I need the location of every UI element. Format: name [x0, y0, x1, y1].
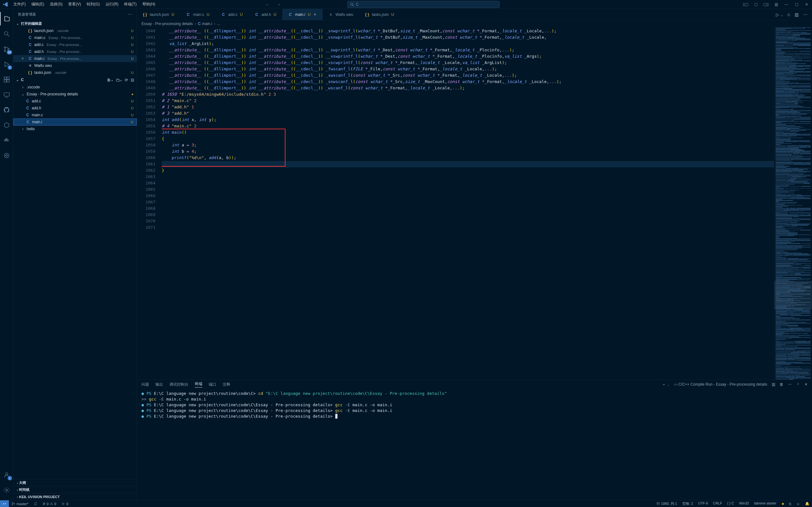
editor-tab[interactable]: { }tasks.jsonU — [359, 9, 400, 20]
terminal-side-icon[interactable]: ▥ — [772, 382, 775, 387]
menu-item[interactable]: 文件(F) — [11, 1, 28, 8]
remote-indicator[interactable] — [0, 500, 9, 507]
breadcrumb-item[interactable]: Cmain.i — [198, 21, 212, 26]
panel-close-icon[interactable]: ✕ — [804, 382, 808, 387]
status-item[interactable]: { } C — [725, 501, 737, 505]
split-editor-icon[interactable]: ▥ — [795, 12, 799, 17]
menu-item[interactable]: 终端(T) — [121, 1, 139, 8]
tree-item[interactable]: ›.vscode — [13, 83, 137, 91]
breadcrumb-item[interactable]: ... — [217, 21, 220, 26]
minimize-icon[interactable]: — — [783, 1, 790, 8]
status-item[interactable]: 行 1060, 列 1 — [654, 501, 680, 506]
menu-item[interactable]: 选择(S) — [47, 1, 65, 8]
menu-item[interactable]: 转到(G) — [84, 1, 102, 8]
open-editor-item[interactable]: C add.h Essay - Pre-processi... U — [13, 48, 137, 55]
folder-root-header[interactable]: ⌄C 🗎₊ 🗀₊ ⟳ ⊟ — [13, 76, 137, 83]
panel-overflow-icon[interactable]: ⋯ — [788, 382, 792, 387]
status-item[interactable]: CRLF — [711, 501, 725, 505]
run-file-icon[interactable]: ▷ ⌄ — [776, 12, 783, 17]
status-item[interactable]: 空格: 2 — [680, 501, 696, 506]
status-notifications-icon[interactable]: 🔔 — [803, 500, 812, 507]
editor-tab[interactable]: { }launch.jsonU — [137, 9, 180, 20]
nav-back-icon[interactable]: ← — [265, 2, 269, 7]
layout-panel-icon[interactable]: ▢ — [752, 1, 759, 8]
panel-maximize-icon[interactable]: ＾ — [796, 382, 800, 387]
breadcrumb-item[interactable]: Essay - Pre-processing details — [142, 21, 193, 26]
tree-item[interactable]: ⌄Essay - Pre-processing details● — [13, 91, 137, 98]
panel-tab[interactable]: 终端 — [195, 381, 202, 388]
terminal-new-icon[interactable]: ＋ ⌄ — [662, 382, 669, 387]
menu-item[interactable]: 编辑(E) — [29, 1, 47, 8]
open-editor-item[interactable]: { } launch.json .vscode U — [13, 27, 137, 34]
status-tabnine-icon[interactable]: ◆ — [779, 500, 786, 507]
editor-tab[interactable]: Cadd.hU — [249, 9, 282, 20]
close-window-icon[interactable]: ✕ — [803, 1, 810, 8]
editor-tab[interactable]: Cmain.iU× — [282, 9, 323, 20]
open-editor-item[interactable]: C main.c Essay - Pre-process... U — [13, 34, 137, 41]
sidebar-section-header[interactable]: › 大纲 — [13, 479, 137, 486]
refresh-icon[interactable]: ⟳ — [125, 78, 128, 82]
close-icon[interactable]: × — [21, 56, 26, 61]
open-editors-header[interactable]: ⌄打开的编辑器 — [13, 20, 137, 27]
status-sync[interactable] — [31, 500, 40, 507]
editor-tab[interactable]: ≡Waifu uwu — [323, 9, 359, 20]
menu-item[interactable]: 查看(V) — [66, 1, 84, 8]
open-editor-item[interactable]: × C main.i Essay - Pre-process... U — [13, 55, 137, 62]
layout-sidebar-left-icon[interactable]: ▯▢ — [742, 1, 749, 8]
sidebar-section-header[interactable]: › 时间线 — [13, 486, 137, 493]
activity-extensions-icon[interactable] — [0, 73, 13, 86]
activity-run-debug-icon[interactable]: 3 — [0, 58, 13, 71]
activity-explorer-icon[interactable] — [0, 12, 13, 25]
layout-sidebar-right-icon[interactable]: ▢▯ — [763, 1, 769, 8]
tree-item[interactable]: Cmain.cU — [13, 112, 137, 118]
status-ports[interactable]: 0 — [59, 500, 71, 507]
editor-overflow-icon[interactable]: ⋯ — [803, 12, 808, 17]
new-file-icon[interactable]: 🗎₊ — [107, 78, 113, 82]
activity-source-control-icon[interactable]: 18 — [0, 43, 13, 56]
editor-content[interactable]: __attribute__ ((__dllimport__)) int __at… — [162, 27, 774, 380]
status-item[interactable]: Win32 — [737, 501, 751, 505]
tree-item[interactable]: Cmain.iU — [13, 118, 137, 125]
status-item[interactable]: UTF-8 — [696, 501, 711, 505]
activity-github-icon[interactable] — [0, 103, 13, 117]
open-editor-item[interactable]: C add.c Essay - Pre-processi... U — [13, 41, 137, 48]
tree-item[interactable]: ›hello — [13, 125, 137, 132]
status-problems[interactable]: ⊘ 0 ⚠ 0 — [40, 500, 59, 507]
status-prettier-icon[interactable]: ⎘ — [786, 500, 794, 507]
tree-item[interactable]: Cadd.hU — [13, 105, 137, 112]
status-feedback-icon[interactable]: ☺ — [794, 500, 803, 507]
activity-hexagon-icon[interactable] — [0, 118, 13, 132]
menu-item[interactable]: 运行(R) — [103, 1, 121, 8]
activity-docker-icon[interactable] — [0, 134, 13, 147]
panel-tab[interactable]: 注释 — [223, 382, 230, 387]
collapse-all-icon[interactable]: ⊟ — [131, 78, 134, 82]
editor-tab[interactable]: Cmain.cU — [180, 9, 215, 20]
status-item[interactable]: tabnine starter — [751, 501, 779, 505]
activity-remote-icon[interactable] — [0, 88, 13, 101]
panel-tab[interactable]: 问题 — [142, 382, 149, 387]
layout-customize-icon[interactable]: ▥ — [773, 1, 780, 8]
sidebar-section-header[interactable]: › KEIL UVISION PROJECT — [13, 493, 137, 500]
terminal-group-icon[interactable]: ▭ C/C++ Compile Run - Essay - Pre-proces… — [674, 382, 767, 387]
breadcrumbs[interactable]: Essay - Pre-processing details›Cmain.i›.… — [137, 20, 812, 27]
new-folder-icon[interactable]: 🗀₊ — [116, 78, 122, 82]
editor-tab[interactable]: Cadd.cU — [215, 9, 249, 20]
activity-account-icon[interactable]: 1 — [0, 468, 13, 482]
activity-search-icon[interactable] — [0, 27, 13, 41]
minimap-viewport[interactable] — [774, 281, 812, 309]
close-icon[interactable]: × — [313, 12, 317, 17]
maximize-icon[interactable]: ▢ — [793, 1, 800, 8]
panel-tab[interactable]: 调试控制台 — [169, 382, 189, 387]
menu-item[interactable]: 帮助(H) — [140, 1, 158, 8]
nav-forward-icon[interactable]: → — [277, 2, 281, 7]
tree-item[interactable]: Cadd.cU — [13, 98, 137, 105]
open-editor-item[interactable]: { } tasks.json .vscode U — [13, 69, 137, 76]
panel-tab[interactable]: 输出 — [155, 382, 163, 387]
compare-changes-icon[interactable]: ⎌ — [788, 12, 790, 17]
terminal[interactable]: ● PS E:\C language new project\routine\c… — [137, 389, 812, 500]
terminal-kill-icon[interactable]: 🗑 — [780, 382, 783, 387]
minimap[interactable] — [774, 27, 812, 380]
status-branch[interactable]: master* — [9, 500, 31, 507]
activity-target-icon[interactable] — [0, 149, 13, 162]
activity-settings-icon[interactable] — [0, 484, 13, 497]
